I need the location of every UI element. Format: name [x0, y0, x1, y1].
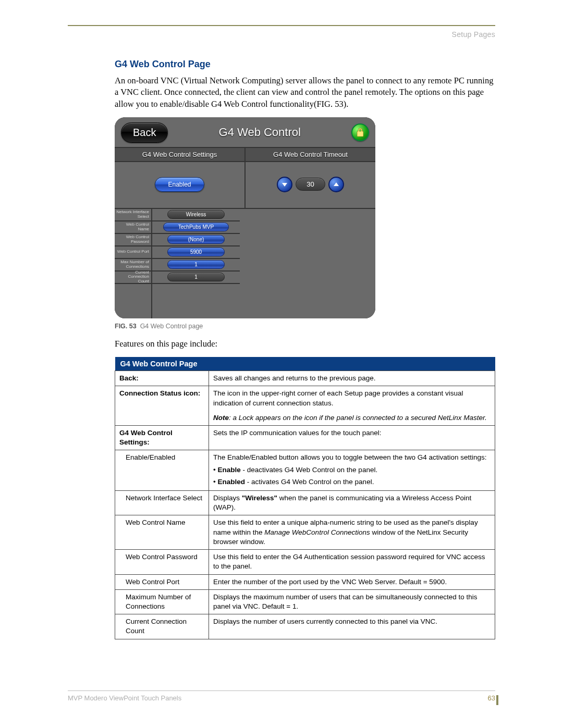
timeout-value: 30 [296, 178, 325, 191]
setting-row: Web Control NameTechPubs MVP [115, 221, 240, 234]
table-header-row: G4 Web Control Page [115, 357, 495, 371]
footer-product: MVP Modero ViewPoint Touch Panels [68, 694, 181, 702]
row-wcp-desc: Use this field to enter the G4 Authentic… [209, 550, 495, 574]
setting-row: Max Number of Connections1 [115, 259, 240, 272]
connection-status-icon [351, 124, 369, 141]
setting-label: Current Connection Count [115, 272, 152, 283]
intro-paragraph: An on-board VNC (Virtual Network Computi… [115, 75, 495, 110]
setting-value[interactable]: TechPubs MVP [163, 223, 229, 231]
section-body: Enabled 30 [115, 161, 375, 208]
table-row: Web Control Password Use this field to e… [115, 550, 495, 574]
figure-caption: FIG. 53 G4 Web Control page [115, 323, 495, 330]
section-timeout-label: G4 Web Control Timeout [246, 148, 375, 161]
settings-grid: Network Interface SelectWirelessWeb Cont… [115, 208, 375, 318]
back-button[interactable]: Back [121, 122, 168, 143]
row-enable-desc: The Enable/Enabled button allows you to … [209, 450, 495, 491]
setting-label: Network Interface Select [115, 209, 152, 220]
timeout-spinner-area: 30 [246, 162, 375, 208]
row-max-desc: Displays the maximum number of users tha… [209, 589, 495, 614]
setting-value[interactable]: 1 [167, 260, 225, 269]
section-settings-label: G4 Web Control Settings [115, 148, 246, 161]
table-row: Web Control Port Enter the number of the… [115, 574, 495, 589]
lock-icon [356, 128, 364, 137]
row-nis-label: Network Interface Select [115, 491, 209, 515]
section-headers: G4 Web Control Settings G4 Web Control T… [115, 147, 375, 161]
panel-title: G4 Web Control [219, 126, 301, 139]
page-number: 63 [488, 694, 495, 702]
table-row: Connection Status icon: The icon in the … [115, 386, 495, 411]
top-rule [68, 25, 495, 26]
setting-value-wrap: 1 [152, 259, 240, 270]
setting-row: Network Interface SelectWireless [115, 209, 240, 221]
enabled-toggle-button[interactable]: Enabled [155, 177, 204, 192]
row-port-label: Web Control Port [115, 574, 209, 589]
section-header: Setup Pages [452, 30, 495, 39]
content: G4 Web Control Page An on-board VNC (Vir… [115, 59, 495, 639]
setting-value-wrap: 1 [152, 272, 240, 283]
row-conn-note: Note: a Lock appears on the icon if the … [209, 411, 495, 426]
setting-row: Web Control Password(None) [115, 234, 240, 246]
setting-value[interactable]: 5900 [167, 248, 225, 256]
figure-screenshot: Back G4 Web Control G4 Web Control Setti… [115, 117, 375, 318]
setting-label: Max Number of Connections [115, 259, 152, 270]
row-port-desc: Enter the number of the port used by the… [209, 574, 495, 589]
row-settings-desc: Sets the IP communication values for the… [209, 425, 495, 450]
panel-titlebar: Back G4 Web Control [115, 117, 375, 147]
panel-title-wrap: G4 Web Control [168, 126, 351, 139]
settings-padding [115, 284, 240, 318]
footer-accent-bar [496, 695, 498, 705]
page-title: G4 Web Control Page [115, 59, 495, 70]
setting-label: Web Control Port [115, 246, 152, 258]
table-header: G4 Web Control Page [115, 357, 495, 371]
triangle-down-icon [281, 181, 288, 188]
features-intro: Features on this page include: [115, 338, 495, 350]
table-row: Current Connection Count Displays the nu… [115, 614, 495, 639]
setting-row: Current Connection Count1 [115, 272, 240, 284]
table-row: Network Interface Select Displays "Wirel… [115, 491, 495, 515]
table-row: Back: Saves all changes and returns to t… [115, 371, 495, 386]
row-conn-desc: The icon in the upper-right corner of ea… [209, 386, 495, 411]
table-row: Maximum Number of Connections Displays t… [115, 589, 495, 614]
page-footer: MVP Modero ViewPoint Touch Panels 63 [68, 690, 495, 702]
row-wcn-label: Web Control Name [115, 515, 209, 550]
feature-table: G4 Web Control Page Back: Saves all chan… [115, 357, 495, 639]
figure-number: FIG. 53 [115, 323, 137, 330]
row-nis-desc: Displays "Wireless" when the panel is co… [209, 491, 495, 515]
row-back-desc: Saves all changes and returns to the pre… [209, 371, 495, 386]
triangle-up-icon [333, 181, 340, 188]
setting-value-wrap: 5900 [152, 246, 240, 258]
row-wcn-desc: Use this field to enter a unique alpha-n… [209, 515, 495, 550]
setting-value[interactable]: (None) [167, 235, 225, 244]
table-row: G4 Web Control Settings: Sets the IP com… [115, 425, 495, 450]
settings-rows: Network Interface SelectWirelessWeb Cont… [115, 209, 240, 318]
timeout-decrease-button[interactable] [277, 177, 292, 192]
row-cur-desc: Displays the number of users currently c… [209, 614, 495, 639]
page: Setup Pages G4 Web Control Page An on-bo… [0, 0, 563, 728]
figure-caption-text: G4 Web Control page [140, 323, 203, 330]
row-settings-label: G4 Web Control Settings: [119, 429, 173, 446]
row-conn-label: Connection Status icon: [119, 389, 200, 397]
setting-value: Wireless [167, 210, 225, 219]
setting-value-wrap: (None) [152, 234, 240, 245]
setting-row: Web Control Port5900 [115, 246, 240, 259]
setting-value-wrap: TechPubs MVP [152, 221, 240, 233]
timeout-increase-button[interactable] [328, 177, 344, 192]
table-row: Web Control Name Use this field to enter… [115, 515, 495, 550]
settings-toggle-area: Enabled [115, 162, 246, 208]
row-back-label: Back: [119, 374, 139, 382]
table-row: Enable/Enabled The Enable/Enabled button… [115, 450, 495, 491]
timeout-spinner: 30 [277, 177, 344, 192]
row-enable-label: Enable/Enabled [115, 450, 209, 491]
setting-label: Web Control Password [115, 234, 152, 245]
device-panel: Back G4 Web Control G4 Web Control Setti… [115, 117, 375, 318]
row-max-label: Maximum Number of Connections [115, 589, 209, 614]
row-cur-label: Current Connection Count [115, 614, 209, 639]
setting-label: Web Control Name [115, 221, 152, 233]
row-wcp-label: Web Control Password [115, 550, 209, 574]
setting-value: 1 [167, 273, 225, 281]
setting-value-wrap: Wireless [152, 209, 240, 220]
